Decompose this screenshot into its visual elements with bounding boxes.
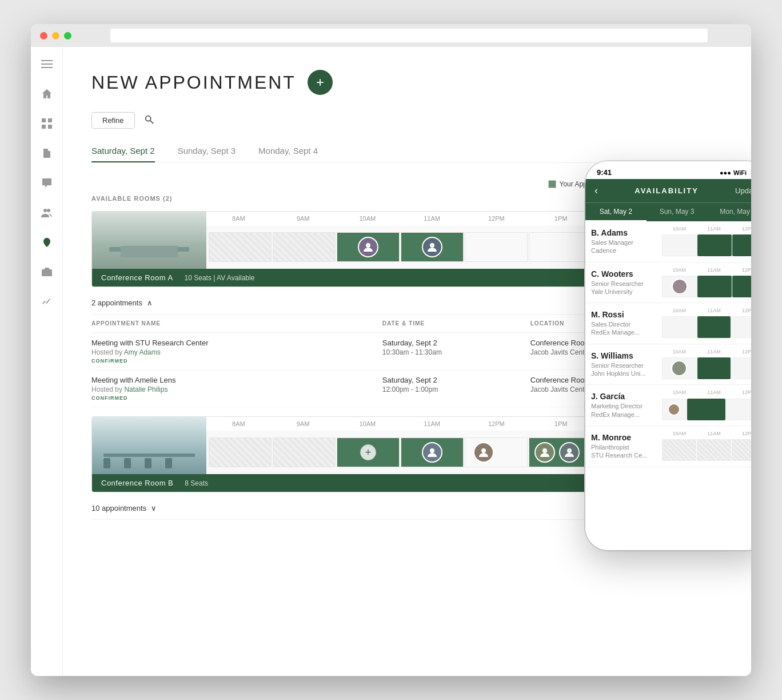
time-11am: 11AM [400,215,464,222]
phone-timeline-2: 10AM 11AM 12PM [660,303,751,344]
phone-timeline-1: 10AM 11AM 12PM [660,262,751,303]
room-image-b [92,417,206,474]
slot-b-9[interactable] [273,438,336,467]
sidebar-item-document[interactable] [39,145,55,161]
tab-sun[interactable]: Sunday, Sept 3 [178,146,236,162]
sidebar-item-grid[interactable] [39,116,55,132]
phone-timeline-3: 10AM 11AM 12PM [660,344,751,385]
address-bar[interactable] [110,29,708,42]
phone-nav: ‹ AVAILABILITY Update [585,179,751,202]
legend-your-apt-box [548,180,556,188]
sidebar-item-tools[interactable] [39,294,55,310]
time-1pm: 1PM [529,215,593,222]
mac-window: NEW APPOINTMENT + Refine Saturday, Sept … [31,24,751,676]
svg-rect-2 [41,67,53,68]
person-info-1: C. Wooters Senior Researcher Yale Univer… [585,262,660,303]
phone-back-button[interactable]: ‹ [595,185,598,197]
host-link-2[interactable]: Natalie Philips [124,385,167,393]
apt-name-2: Meeting with Amelie Lens Hosted by Natal… [91,370,382,407]
svg-point-14 [430,243,434,248]
svg-point-7 [43,209,47,212]
sidebar-item-chat[interactable] [39,175,55,191]
add-button[interactable]: + [308,70,333,95]
maximize-dot[interactable] [64,32,71,39]
time-10am: 10AM [336,215,400,222]
person-name-5: M. Monroe [591,433,654,442]
plus-slot-b: + [360,444,376,460]
app-layout: NEW APPOINTMENT + Refine Saturday, Sept … [31,47,751,676]
person-name-2: M. Rossi [591,310,654,319]
slot-a-11[interactable] [401,232,464,262]
appointments-count-b: 10 appointments [91,504,146,512]
time-9am: 9AM [271,215,336,222]
slot-a-8[interactable] [209,232,272,262]
person-info-4: J. García Marketing Director RedEx Manag… [585,385,660,425]
svg-point-8 [47,209,50,212]
person-role-1: Senior Researcher Yale University [591,280,654,296]
host-link-1[interactable]: Amy Adams [124,348,161,356]
phone-tab-mon[interactable]: Mon, May 4 [707,203,751,221]
refine-button[interactable]: Refine [91,112,135,129]
time-8am: 8AM [206,215,271,222]
tab-sat[interactable]: Saturday, Sept 2 [91,146,155,162]
list-item: J. García Marketing Director RedEx Manag… [585,385,751,426]
svg-rect-1 [41,63,53,65]
slot-b-10[interactable]: + [337,438,400,467]
slot-b-8[interactable] [209,438,272,467]
sidebar-item-people[interactable] [39,205,55,221]
phone-body: B. Adams Sales Manager Cadence 10AM 11AM [585,221,751,550]
slot-a-10[interactable] [337,232,400,262]
slot-a-12[interactable] [465,232,528,262]
person-info-5: M. Monroe Philanthropist STU Research Ce… [585,426,660,467]
slot-a-1[interactable] [529,232,592,262]
svg-rect-0 [41,60,53,61]
phone-tab-sun[interactable]: Sun, May 3 [647,203,708,221]
svg-rect-6 [48,125,52,129]
svg-point-18 [567,448,572,453]
avatar-b-1b [559,442,580,463]
phone-tab-sat[interactable]: Sat, May 2 [585,203,647,221]
svg-rect-3 [42,118,46,122]
svg-line-12 [150,121,153,124]
svg-point-10 [45,271,49,275]
close-dot[interactable] [40,32,47,39]
apt-host-1: Hosted by Amy Adams [91,348,382,356]
phone-overlay: 9:41 ●●● WiFi 🔋 ‹ AVAILABILITY Update [585,161,751,550]
tab-mon[interactable]: Monday, Sept 4 [258,146,318,162]
svg-point-16 [481,448,486,453]
apt-datetime-2: Saturday, Sept 2 12:00pm - 1:00pm [382,370,530,407]
phone-nav-title: AVAILABILITY [635,186,699,195]
toolbar: Refine [91,112,723,129]
phone-update-button[interactable]: Update [735,186,751,195]
slot-a-9[interactable] [273,232,336,262]
sidebar-item-location[interactable] [39,234,55,250]
col-name: APPOINTMENT NAME [91,315,382,333]
sidebar-item-camera[interactable] [39,264,55,280]
phone-time-labels-0: 10AM 11AM 12PM [662,226,751,232]
phone-statusbar: 9:41 ●●● WiFi 🔋 [585,161,751,179]
search-button[interactable] [144,114,154,126]
room-image-a [92,212,206,269]
svg-point-11 [145,116,150,121]
titlebar [31,24,751,47]
slot-b-1[interactable] [529,438,592,467]
person-info-2: M. Rossi Sales Director RedEx Manage... [585,303,660,344]
svg-point-17 [542,448,547,453]
sidebar-item-home[interactable] [39,86,55,102]
sidebar-item-menu[interactable] [39,56,55,72]
apt-datetime-1: Saturday, Sept 2 10:30am - 11:30am [382,333,530,370]
room-name-b: Conference Room B [101,479,173,487]
page-header: NEW APPOINTMENT + [91,70,723,95]
person-role-5: Philanthropist STU Research Ce... [591,443,654,460]
phone-time: 9:41 [597,168,612,177]
apt-host-2: Hosted by Natalie Philips [91,385,382,393]
status-badge-1: CONFIRMED [91,358,382,364]
page-title: NEW APPOINTMENT [91,72,296,93]
person-role-3: Senior Researcher John Hopkins Uni... [591,361,654,378]
slot-b-12[interactable] [465,438,528,467]
slot-b-11[interactable] [401,438,464,467]
minimize-dot[interactable] [52,32,59,39]
person-info-0: B. Adams Sales Manager Cadence [585,221,660,262]
avatar-b-1a [534,442,555,463]
svg-point-15 [430,448,434,453]
